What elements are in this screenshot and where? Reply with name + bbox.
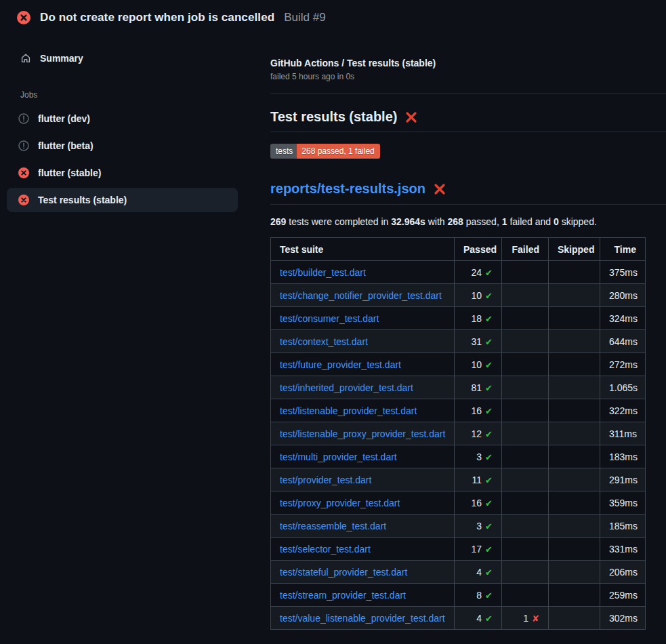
table-row: test/stream_provider_test.dart8✔259ms bbox=[271, 584, 646, 607]
sidebar-item-flutter-stable[interactable]: flutter (stable) bbox=[7, 161, 238, 185]
suite-link[interactable]: test/value_listenable_provider_test.dart bbox=[280, 613, 445, 624]
cell-failed bbox=[502, 538, 549, 561]
check-icon: ✔ bbox=[485, 406, 493, 416]
passed-count: 3 bbox=[476, 521, 482, 531]
cell-time: 359ms bbox=[600, 491, 646, 515]
suite-link[interactable]: test/listenable_provider_test.dart bbox=[280, 405, 417, 416]
cell-time: 302ms bbox=[600, 607, 646, 630]
summary-segment: passed, bbox=[463, 216, 502, 227]
sidebar-jobs-list: flutter (dev)flutter (beta)flutter (stab… bbox=[7, 106, 238, 212]
cell-time: 644ms bbox=[600, 330, 646, 353]
suite-link[interactable]: test/selector_test.dart bbox=[280, 544, 371, 555]
cell-time: 311ms bbox=[600, 422, 646, 445]
cell-passed: 31✔ bbox=[455, 330, 502, 353]
suite-link[interactable]: test/provider_test.dart bbox=[280, 475, 371, 485]
passed-count: 81 bbox=[472, 382, 482, 393]
suite-link[interactable]: test/inherited_provider_test.dart bbox=[280, 382, 413, 393]
suite-link[interactable]: test/stream_provider_test.dart bbox=[280, 590, 406, 601]
breadcrumb: GitHub Actions / Test results (stable) bbox=[270, 58, 666, 68]
summary-segment: 0 bbox=[554, 216, 559, 227]
cell-skipped bbox=[549, 468, 600, 491]
cell-failed bbox=[502, 307, 549, 330]
cell-skipped bbox=[549, 284, 600, 307]
check-icon: ✔ bbox=[485, 544, 493, 555]
suite-link[interactable]: test/stateful_provider_test.dart bbox=[280, 567, 407, 578]
sidebar-item-summary[interactable]: Summary bbox=[7, 47, 238, 70]
passed-count: 24 bbox=[472, 267, 482, 278]
cell-time: 1.065s bbox=[600, 376, 646, 399]
summary-segment: with bbox=[425, 216, 448, 227]
cell-time: 280ms bbox=[600, 284, 646, 307]
check-icon: ✔ bbox=[485, 521, 493, 531]
cell-passed: 16✔ bbox=[455, 399, 502, 422]
table-row: test/provider_test.dart11✔291ms bbox=[271, 468, 646, 491]
suite-link[interactable]: test/proxy_provider_test.dart bbox=[280, 498, 400, 508]
passed-count: 17 bbox=[472, 544, 482, 555]
cell-passed: 3✔ bbox=[455, 445, 502, 468]
cell-failed bbox=[502, 376, 549, 399]
tests-badge: tests 268 passed, 1 failed bbox=[270, 144, 380, 159]
results-summary-text: 269 tests were completed in 32.964s with… bbox=[270, 216, 666, 227]
sidebar-item-label: Test results (stable) bbox=[38, 195, 127, 205]
passed-count: 18 bbox=[472, 313, 482, 324]
sidebar-item-test-results-stable[interactable]: Test results (stable) bbox=[7, 188, 238, 212]
page-title: Do not create report when job is cancell… bbox=[40, 11, 274, 24]
cell-failed bbox=[502, 445, 549, 468]
cell-time: 375ms bbox=[600, 261, 646, 284]
check-icon: ✔ bbox=[485, 452, 493, 462]
summary-segment: 269 bbox=[270, 216, 286, 227]
cell-time: 183ms bbox=[600, 445, 646, 468]
sidebar-item-label: flutter (dev) bbox=[38, 113, 90, 124]
cell-passed: 4✔ bbox=[455, 607, 502, 630]
suite-link[interactable]: test/reassemble_test.dart bbox=[280, 521, 386, 531]
cell-skipped bbox=[549, 607, 600, 630]
cell-skipped bbox=[549, 422, 600, 445]
report-file-link[interactable]: reports/test-results.json bbox=[270, 181, 425, 197]
suite-link[interactable]: test/listenable_proxy_provider_test.dart bbox=[280, 428, 445, 439]
x-circle-fill-icon bbox=[18, 195, 29, 205]
table-body: test/builder_test.dart24✔375mstest/chang… bbox=[271, 261, 646, 630]
suite-link[interactable]: test/consumer_test.dart bbox=[280, 313, 379, 324]
suite-link[interactable]: test/multi_provider_test.dart bbox=[280, 451, 397, 462]
cell-skipped bbox=[549, 584, 600, 607]
cell-time: 206ms bbox=[600, 561, 646, 584]
cell-passed: 17✔ bbox=[455, 538, 502, 561]
cell-failed bbox=[502, 399, 549, 422]
cell-test-suite: test/provider_test.dart bbox=[271, 468, 455, 491]
passed-count: 16 bbox=[472, 498, 482, 508]
cross-mark-icon bbox=[433, 182, 446, 196]
passed-count: 4 bbox=[476, 567, 482, 578]
suite-link[interactable]: test/context_test.dart bbox=[280, 336, 368, 347]
cell-test-suite: test/future_provider_test.dart bbox=[271, 353, 455, 376]
home-icon bbox=[20, 53, 31, 64]
check-icon: ✔ bbox=[485, 475, 493, 485]
cell-failed bbox=[502, 561, 549, 584]
table-row: test/reassemble_test.dart3✔185ms bbox=[271, 515, 646, 538]
sidebar-item-flutter-dev[interactable]: flutter (dev) bbox=[7, 106, 238, 131]
cell-passed: 3✔ bbox=[455, 515, 502, 538]
cell-test-suite: test/selector_test.dart bbox=[271, 538, 455, 561]
summary-segment: 268 bbox=[448, 216, 463, 227]
cell-passed: 24✔ bbox=[455, 261, 502, 284]
cell-passed: 18✔ bbox=[455, 307, 502, 330]
sidebar-item-flutter-beta[interactable]: flutter (beta) bbox=[7, 134, 238, 158]
cell-test-suite: test/multi_provider_test.dart bbox=[271, 445, 455, 468]
passed-count: 11 bbox=[472, 475, 482, 485]
cell-skipped bbox=[549, 353, 600, 376]
cell-test-suite: test/context_test.dart bbox=[271, 330, 455, 353]
check-icon: ✔ bbox=[485, 314, 493, 324]
passed-count: 10 bbox=[472, 290, 482, 301]
suite-link[interactable]: test/change_notifier_provider_test.dart bbox=[280, 290, 442, 301]
passed-count: 16 bbox=[472, 405, 482, 416]
suite-link[interactable]: test/builder_test.dart bbox=[280, 267, 366, 278]
cell-time: 331ms bbox=[600, 538, 646, 561]
tests-badge-value: 268 passed, 1 failed bbox=[297, 144, 379, 159]
alert-circle-icon bbox=[18, 113, 29, 124]
cell-skipped bbox=[549, 376, 600, 399]
suite-link[interactable]: test/future_provider_test.dart bbox=[280, 359, 401, 370]
check-icon: ✔ bbox=[485, 383, 493, 393]
cell-skipped bbox=[549, 330, 600, 353]
failed-count: 1 bbox=[523, 613, 528, 624]
test-results-table: Test suitePassedFailedSkippedTime test/b… bbox=[270, 237, 646, 630]
x-circle-fill-icon bbox=[17, 11, 30, 24]
